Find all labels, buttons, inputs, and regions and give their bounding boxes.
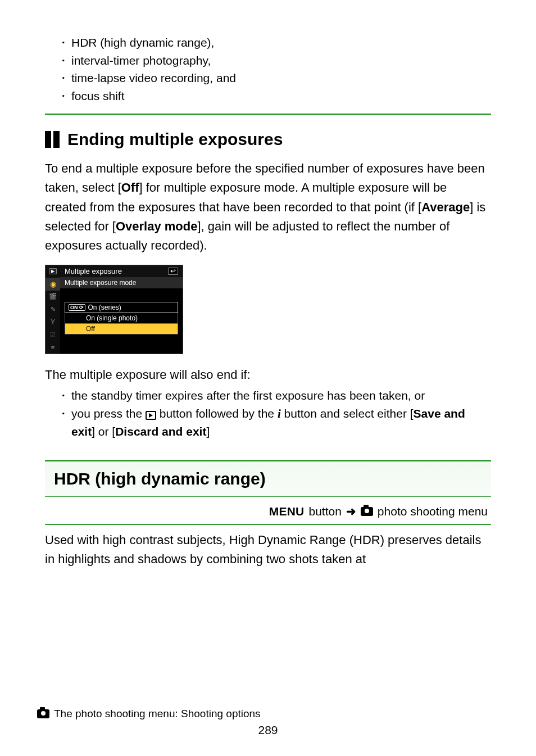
list-text: HDR (high dynamic range),: [71, 34, 214, 52]
list-text: interval-timer photography,: [71, 52, 211, 70]
paragraph: To end a multiple exposure before the sp…: [45, 159, 491, 256]
end-bullet-list: the standby timer expires after the firs…: [45, 387, 491, 441]
section-heading-hdr: HDR (high dynamic range): [45, 460, 491, 497]
list-text: you press the button followed by the i b…: [71, 405, 491, 441]
on-series-badge: ON⟳: [69, 304, 85, 311]
camera-icon: [361, 507, 373, 516]
camera-icon: ◉: [50, 280, 56, 288]
menu-option: On (single photo): [65, 313, 178, 323]
menu-option: ON⟳ On (series): [65, 302, 178, 313]
page-number: 289: [37, 723, 499, 737]
top-bullet-list: HDR (high dynamic range), interval-timer…: [45, 34, 491, 105]
menu-destination: photo shooting menu: [378, 505, 488, 518]
playback-icon: ▶: [49, 268, 57, 274]
retouch-icon: ☑: [50, 331, 56, 338]
list-item: time-lapse video recording, and: [57, 69, 491, 87]
paragraph: Used with high contrast subjects, High D…: [45, 531, 491, 569]
back-icon: ↩: [168, 268, 178, 275]
footer-text: The photo shooting menu: Shooting option…: [54, 708, 261, 720]
list-text: the standby timer expires after the firs…: [71, 387, 425, 405]
list-item: you press the button followed by the i b…: [57, 405, 491, 441]
list-item: HDR (high dynamic range),: [57, 34, 491, 52]
arrow-right-icon: ➜: [346, 505, 356, 518]
menu-header: Multiple exposure ↩: [60, 265, 183, 277]
heading-text: Ending multiple exposures: [67, 130, 283, 149]
camera-icon: [37, 709, 49, 718]
menu-title: Multiple exposure: [65, 267, 122, 275]
menu-button-label: MENU: [269, 505, 305, 518]
list-text: focus shift: [71, 87, 125, 105]
menu-side-icons: ▶ ◉ 🎬 ✎ Y ☑ ≡: [46, 265, 60, 354]
divider: [45, 114, 491, 115]
menu-path: MENU button ➜ photo shooting menu: [45, 497, 491, 525]
list-item: interval-timer photography,: [57, 52, 491, 70]
menu-option-selected: Off: [65, 323, 178, 334]
playback-button-icon: [146, 411, 156, 420]
list-item: the standby timer expires after the firs…: [57, 387, 491, 405]
menu-option-box: ON⟳ On (series) On (single photo) Off: [65, 302, 178, 334]
wrench-icon: Y: [51, 318, 55, 326]
pencil-icon: ✎: [51, 306, 56, 313]
section-heading: Ending multiple exposures: [45, 130, 491, 149]
camera-menu-screenshot: ▶ ◉ 🎬 ✎ Y ☑ ≡ Multiple exposure ↩ Multip…: [45, 265, 183, 355]
menu-subheader: Multiple exposure mode: [60, 277, 183, 288]
list-text: time-lapse video recording, and: [71, 69, 236, 87]
list-item: focus shift: [57, 87, 491, 105]
mymenu-icon: ≡: [51, 344, 54, 351]
heading-bars-icon: [45, 131, 60, 148]
video-icon: 🎬: [49, 293, 57, 300]
page-footer: The photo shooting menu: Shooting option…: [37, 708, 499, 737]
paragraph: The multiple exposure will also end if:: [45, 365, 491, 384]
